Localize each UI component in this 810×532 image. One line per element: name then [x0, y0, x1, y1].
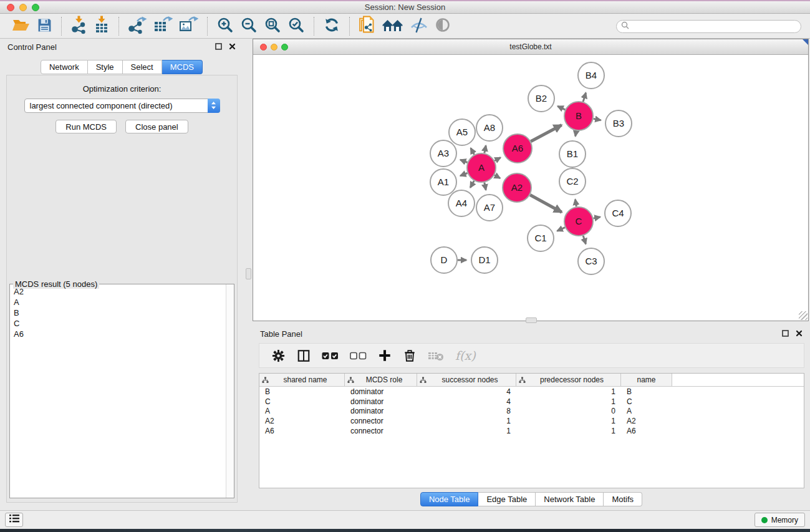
edge-C-C1[interactable]	[557, 228, 566, 231]
node-B3[interactable]: B3	[605, 110, 632, 137]
close-window-button[interactable]	[7, 4, 14, 11]
show-columns-button[interactable]	[297, 349, 311, 363]
edge-A-A1[interactable]	[460, 173, 467, 176]
table-cell[interactable]: A	[621, 407, 672, 415]
close-panel-button[interactable]: Close panel	[125, 120, 188, 133]
node-C4[interactable]: C4	[605, 200, 631, 226]
node-table[interactable]: shared nameMCDS rolesuccessor nodesprede…	[259, 373, 804, 488]
result-item[interactable]: B	[14, 307, 230, 318]
float-panel-icon[interactable]	[215, 42, 222, 52]
table-cell[interactable]: 1	[516, 417, 621, 425]
horizontal-split-grip[interactable]	[526, 317, 537, 323]
tab-node-table[interactable]: Node Table	[420, 492, 479, 506]
table-cell[interactable]: 1	[516, 387, 621, 396]
node-A5[interactable]: A5	[449, 119, 475, 145]
memory-button[interactable]: Memory	[755, 513, 805, 527]
result-item[interactable]: A	[14, 297, 230, 307]
task-history-button[interactable]	[5, 513, 23, 527]
node-D[interactable]: D	[431, 247, 457, 273]
edge-A-A7[interactable]	[485, 183, 486, 190]
import-network-button[interactable]	[70, 16, 87, 37]
tab-edge-table[interactable]: Edge Table	[478, 492, 536, 506]
edge-C-C2[interactable]	[576, 200, 577, 207]
node-C2[interactable]: C2	[559, 168, 586, 195]
unselect-all-columns-button[interactable]	[350, 352, 367, 360]
open-file-button[interactable]	[12, 16, 31, 37]
result-item[interactable]: C	[14, 318, 230, 329]
result-item[interactable]: A6	[14, 329, 230, 339]
export-table-button[interactable]	[153, 16, 173, 37]
zoom-in-button[interactable]	[216, 16, 234, 37]
zoom-selected-button[interactable]	[287, 16, 305, 37]
node-A2[interactable]: A2	[503, 173, 531, 202]
edge-A-A3[interactable]	[460, 160, 467, 162]
column-header-predecessor-nodes[interactable]: predecessor nodes	[516, 374, 621, 386]
table-cell[interactable]: 8	[417, 407, 516, 415]
reset-layout-button[interactable]	[382, 16, 403, 37]
edge-A-A2[interactable]	[494, 175, 500, 178]
search-field[interactable]	[616, 20, 801, 33]
zoom-fit-button[interactable]	[264, 16, 281, 37]
column-header-name[interactable]: name	[621, 374, 672, 386]
table-cell[interactable]: B	[621, 387, 672, 396]
table-cell[interactable]: C	[259, 397, 345, 406]
node-D1[interactable]: D1	[471, 247, 498, 273]
table-row[interactable]: A2connector11A2	[259, 416, 804, 426]
table-cell[interactable]: dominator	[345, 397, 417, 406]
table-cell[interactable]: A6	[259, 427, 345, 435]
table-cell[interactable]: 1	[417, 427, 516, 435]
node-B[interactable]: B	[564, 102, 593, 130]
export-image-button[interactable]	[179, 16, 198, 37]
zoom-out-button[interactable]	[240, 16, 258, 37]
edge-A-A8[interactable]	[485, 145, 486, 153]
table-cell[interactable]: A	[259, 407, 345, 415]
edge-A2-C[interactable]	[530, 195, 562, 213]
node-A1[interactable]: A1	[430, 169, 456, 195]
close-panel-icon[interactable]	[796, 329, 803, 339]
node-C3[interactable]: C3	[578, 248, 604, 274]
add-column-button[interactable]	[378, 349, 392, 362]
edge-C-C4[interactable]	[594, 217, 600, 218]
table-row[interactable]: Bdominator41B	[259, 387, 804, 397]
vertical-split-grip[interactable]	[246, 268, 251, 279]
delete-columns-button[interactable]	[403, 349, 417, 363]
function-builder-button[interactable]: f(x)	[455, 349, 476, 362]
search-input[interactable]	[629, 21, 796, 31]
save-session-button[interactable]	[37, 16, 52, 37]
network-canvas[interactable]: B4B2BB3A8A5A6A3B1AC2A1A2A4A7C4CC1DD1C3	[253, 55, 808, 321]
edge-C-C3[interactable]	[583, 236, 586, 244]
node-A7[interactable]: A7	[476, 195, 503, 221]
table-row[interactable]: Adominator80A	[259, 407, 804, 417]
criterion-dropdown[interactable]: largest connected component (directed)	[24, 99, 220, 113]
window-titlebar[interactable]: Session: New Session	[0, 1, 810, 14]
table-cell[interactable]: dominator	[345, 407, 417, 415]
window-resize-grip[interactable]	[799, 311, 808, 320]
node-A8[interactable]: A8	[476, 115, 503, 141]
hide-graphics-details-button[interactable]	[410, 16, 428, 37]
tab-network[interactable]: Network	[41, 60, 88, 74]
edge-B-B2[interactable]	[557, 106, 565, 110]
tab-style[interactable]: Style	[88, 60, 123, 74]
network-window-titlebar[interactable]: testGlobe.txt	[253, 39, 808, 55]
edge-B-B4[interactable]	[583, 93, 586, 102]
table-cell[interactable]: 1	[516, 397, 621, 406]
tab-select[interactable]: Select	[123, 60, 162, 74]
open-session-doc-button[interactable]	[359, 16, 375, 37]
delete-table-button[interactable]	[428, 351, 444, 361]
table-cell[interactable]: dominator	[345, 387, 417, 396]
table-cell[interactable]: 4	[417, 397, 516, 406]
table-cell[interactable]: C	[621, 397, 672, 406]
edge-A6-B[interactable]	[531, 125, 561, 142]
edge-B-B1[interactable]	[576, 131, 576, 137]
export-network-button[interactable]	[128, 16, 147, 37]
tab-mcds[interactable]: MCDS	[162, 60, 203, 74]
node-A3[interactable]: A3	[430, 140, 456, 167]
table-cell[interactable]: B	[259, 387, 345, 396]
run-mcds-button[interactable]: Run MCDS	[55, 120, 117, 133]
select-all-columns-button[interactable]	[322, 352, 339, 360]
minimize-window-button[interactable]	[19, 4, 27, 11]
result-scrollbar[interactable]	[226, 284, 234, 498]
node-A[interactable]: A	[467, 153, 496, 182]
close-panel-icon[interactable]	[229, 42, 236, 52]
column-header-shared-name[interactable]: shared name	[259, 374, 345, 386]
